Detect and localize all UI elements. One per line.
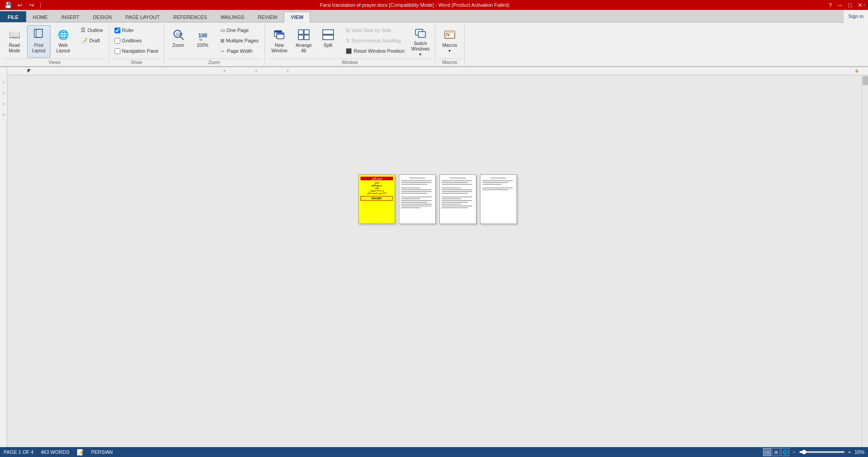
ribbon-content: 📖 ReadMode PrintLayout 🌐 W (0, 23, 868, 67)
new-window-button[interactable]: NewWindow (268, 25, 291, 58)
tab-review[interactable]: REVIEW (251, 11, 284, 22)
view-icons: ▭ ⊞ 🌐 (763, 448, 789, 456)
macros-button[interactable]: fx Macros▾ (438, 25, 461, 58)
ruler-v-mark: 8 (0, 113, 7, 117)
svg-rect-8 (274, 31, 282, 32)
page-2-line (401, 202, 427, 203)
switch-windows-label: SwitchWindows ▾ (410, 41, 431, 57)
nav-pane-checkbox-label[interactable]: Navigation Pane (112, 46, 161, 56)
outline-label: Outline (87, 27, 103, 33)
sync-scrolling-button[interactable]: ⇅ Synchronous Scrolling (343, 36, 408, 46)
reset-window-button[interactable]: ⬛ Reset Window Position (343, 46, 408, 56)
one-page-button[interactable]: ▭ One Page (217, 25, 262, 35)
one-page-icon: ▭ (220, 27, 225, 33)
outline-button[interactable]: ☰ Outline (78, 25, 106, 35)
read-mode-button[interactable]: 📖 ReadMode (3, 25, 26, 58)
zoom-group-content: 100 Zoom 100 % 100% (167, 24, 262, 58)
multiple-pages-icon: ⊞ (220, 38, 224, 44)
zoom-slider[interactable] (799, 451, 845, 453)
tab-references[interactable]: REFERENCES (166, 11, 214, 22)
ruler-v-mark: 4 (0, 91, 7, 95)
svg-rect-14 (304, 35, 309, 40)
page-1-phone: 09013665⁷ (361, 196, 393, 201)
page-4-line-title (490, 178, 507, 178)
scrollbar-thumb[interactable] (863, 76, 868, 85)
restore-button[interactable]: □ (845, 1, 854, 9)
gridlines-label: Gridlines (122, 38, 142, 43)
gridlines-checkbox[interactable] (114, 38, 120, 44)
nav-pane-checkbox[interactable] (114, 48, 120, 54)
views-group: 📖 ReadMode PrintLayout 🌐 W (0, 24, 110, 66)
macros-group-label: Macros (438, 59, 461, 66)
tab-page-layout[interactable]: PAGE LAYOUT (119, 11, 166, 22)
views-group-content: 📖 ReadMode PrintLayout 🌐 W (3, 24, 106, 58)
page-1-content: تحقیق آنلاین دانلود مرجع دانلود فایل، پی… (359, 175, 395, 224)
zoom-plus-icon[interactable]: + (848, 449, 851, 455)
zoom-100-icon: 100 % (196, 27, 210, 42)
page-4-thumbnail[interactable] (480, 174, 517, 224)
web-layout-button[interactable]: 🌐 WebLayout (51, 25, 75, 58)
svg-rect-13 (298, 35, 303, 40)
page-4-line (482, 182, 508, 183)
page-3-line (442, 198, 461, 199)
tab-home[interactable]: HOME (26, 11, 55, 22)
tab-bar: FILE HOME INSERT DESIGN PAGE LAYOUT REFE… (0, 10, 868, 23)
page-4-line (482, 184, 502, 185)
page-3-line (442, 191, 472, 192)
print-layout-button[interactable]: PrintLayout (27, 25, 50, 58)
tab-insert[interactable]: INSERT (55, 11, 86, 22)
views-group-label: Views (3, 59, 106, 66)
tab-design[interactable]: DESIGN (86, 11, 119, 22)
ruler-label: Ruler (122, 27, 134, 33)
draft-button[interactable]: 📝 Draft (78, 36, 106, 46)
page-2-line (401, 189, 432, 190)
save-button[interactable]: 💾 (4, 1, 13, 9)
multiple-pages-button[interactable]: ⊞ Multiple Pages (217, 36, 262, 46)
ribbon-expand-icon[interactable]: ▲ (862, 2, 867, 7)
minimize-button[interactable]: ─ (836, 1, 845, 9)
print-layout-label: PrintLayout (32, 43, 46, 54)
ruler-left-indent[interactable]: ◤ (27, 68, 31, 73)
ruler-checkbox-label[interactable]: Ruler (112, 25, 161, 35)
web-view-status-icon[interactable]: 🌐 (781, 448, 789, 456)
svg-rect-22 (445, 31, 455, 33)
proofing-icon: 📝 (77, 449, 84, 456)
gridlines-checkbox-label[interactable]: Gridlines (112, 36, 161, 46)
page-2-line (401, 184, 427, 185)
tab-view[interactable]: VIEW (284, 12, 310, 23)
view-side-by-side-button[interactable]: ⊟ View Side by Side (343, 25, 408, 35)
page-1-thumbnail[interactable]: تحقیق آنلاین دانلود مرجع دانلود فایل، پی… (358, 174, 395, 224)
split-icon (321, 27, 335, 42)
page-3-line (442, 206, 472, 206)
page-2-line (401, 180, 432, 181)
reset-window-label: Reset Window Position (354, 48, 405, 54)
page-4-line (482, 180, 513, 181)
redo-button[interactable]: ↪ (27, 1, 36, 9)
vertical-scrollbar[interactable] (862, 75, 868, 448)
page-2-thumbnail[interactable] (399, 174, 436, 224)
undo-button[interactable]: ↩ (15, 1, 24, 9)
arrange-all-button[interactable]: ArrangeAll (292, 25, 315, 58)
tab-file[interactable]: FILE (0, 11, 26, 22)
ruler-mark-2: 2 (287, 69, 288, 73)
help-button[interactable]: ? (826, 1, 835, 9)
page-3-thumbnail[interactable] (439, 174, 476, 224)
page-3-line (442, 207, 468, 208)
page-width-button[interactable]: ↔ Page Width (217, 46, 262, 56)
svg-line-3 (180, 37, 183, 40)
print-view-status-icon[interactable]: ▭ (763, 448, 771, 456)
tab-mailings[interactable]: MAILINGS (214, 11, 251, 22)
page-3-line (442, 202, 468, 203)
language: PERSIAN (91, 449, 113, 455)
split-button[interactable]: Split (316, 25, 340, 58)
views-col: ☰ Outline 📝 Draft (78, 25, 106, 58)
page-3-line-title (450, 178, 466, 178)
switch-windows-button[interactable]: SwitchWindows ▾ (409, 25, 432, 58)
ruler-checkbox[interactable] (114, 27, 120, 33)
full-read-status-icon[interactable]: ⊞ (772, 448, 780, 456)
zoom-100-button[interactable]: 100 % 100% (191, 25, 215, 58)
title-bar: 💾 ↩ ↪ | Farsi translation of prayer.docx… (0, 0, 868, 10)
zoom-minus-icon[interactable]: − (793, 449, 795, 455)
page-2-line (401, 193, 427, 194)
zoom-button[interactable]: 100 Zoom (167, 25, 190, 58)
